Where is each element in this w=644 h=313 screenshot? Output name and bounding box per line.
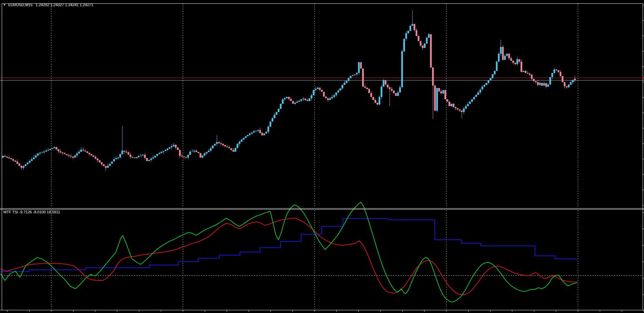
- chart-ohlc-quotes: 1.24292 1.24327 1.24241 1.24271: [36, 3, 93, 7]
- indicator-label: MTF TSI -9.7126 -8.0100 18.5911: [3, 210, 60, 214]
- chart-canvas[interactable]: [0, 0, 644, 313]
- chart-symbol-label: EURUSD,M15: [8, 3, 33, 7]
- symbol-dropdown-icon[interactable]: ▼: [3, 3, 6, 7]
- mt4-chart-window: ▼ EURUSD,M15 1.24292 1.24327 1.24241 1.2…: [0, 0, 644, 313]
- chart-title-bar: ▼ EURUSD,M15 1.24292 1.24327 1.24241 1.2…: [3, 3, 93, 7]
